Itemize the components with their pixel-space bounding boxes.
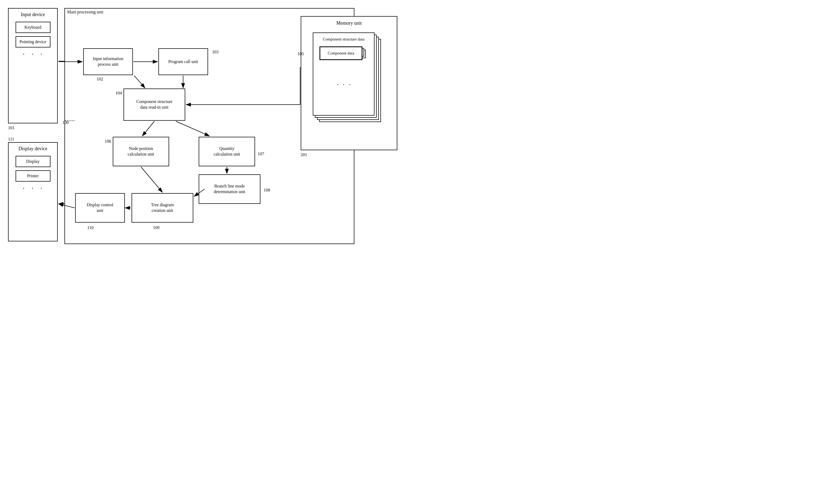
num-104: 104 xyxy=(115,91,122,95)
unit-label-102: Input informationprocess unit xyxy=(93,56,123,67)
display-box: Display xyxy=(16,156,50,167)
num-110: 110 xyxy=(87,225,93,230)
unit-label-107: Quantitycalculation unit xyxy=(214,146,240,157)
unit-label-106: Node positioncalculation unit xyxy=(127,146,154,157)
label-100: 100 xyxy=(62,120,69,125)
unit-label-103: Program call unit xyxy=(168,59,198,65)
display-device-box: Display device Display Printer ・ ・ ・ xyxy=(8,142,58,241)
unit-box-102: Input informationprocess unit xyxy=(83,48,133,75)
pointing-device-box: Pointing device xyxy=(16,36,50,47)
display-device-dots: ・ ・ ・ xyxy=(9,185,57,192)
num-109: 109 xyxy=(153,225,159,230)
diagram-container: Input device Keyboard Pointing device ・ … xyxy=(0,0,407,252)
unit-label-104: Component structuredata read-in unit xyxy=(136,99,172,110)
main-processing-title: Main processing unit xyxy=(67,10,103,14)
label-101: 101 xyxy=(8,126,14,130)
unit-label-108: Branch line modedetermination unit xyxy=(214,183,246,195)
unit-label-110: Display controlunit xyxy=(87,202,113,214)
stack-page-1: Component structure data Component data … xyxy=(313,32,375,116)
num-107: 107 xyxy=(258,152,264,156)
printer-box: Printer xyxy=(16,170,50,182)
memory-dots: ・ ・ ・ xyxy=(313,82,374,88)
num-103: 103 xyxy=(212,50,219,54)
unit-box-104: Component structuredata read-in unit xyxy=(123,89,185,121)
keyboard-box: Keyboard xyxy=(16,22,50,33)
input-device-title: Input device xyxy=(9,12,57,17)
unit-box-107: Quantitycalculation unit xyxy=(199,137,255,166)
memory-stack: Component structure data Component data … xyxy=(313,32,385,129)
label-201: 201 xyxy=(301,152,307,157)
label-111: 111 xyxy=(8,137,14,142)
num-108: 108 xyxy=(264,188,270,193)
display-device-title: Display device xyxy=(9,146,57,152)
num-105: 105 xyxy=(298,51,304,56)
input-device-box: Input device Keyboard Pointing device ・ … xyxy=(8,8,58,123)
component-data-front: Component data xyxy=(320,46,362,60)
num-106: 106 xyxy=(105,139,111,144)
component-data-stack: Component data xyxy=(320,46,368,60)
memory-unit-title: Memory unit xyxy=(301,20,397,26)
unit-box-103: Program call unit xyxy=(158,48,208,75)
unit-label-109: Tree diagramcreation unit xyxy=(151,202,174,214)
num-102: 102 xyxy=(97,77,103,82)
component-structure-data-label: Component structure data xyxy=(313,37,374,42)
memory-unit-outer: Memory unit Component structure data Com… xyxy=(301,16,397,150)
unit-box-106: Node positioncalculation unit xyxy=(113,137,169,166)
input-device-dots: ・ ・ ・ xyxy=(9,51,57,58)
unit-box-108: Branch line modedetermination unit xyxy=(199,174,261,204)
unit-box-109: Tree diagramcreation unit xyxy=(131,193,193,223)
unit-box-110: Display controlunit xyxy=(75,193,125,223)
